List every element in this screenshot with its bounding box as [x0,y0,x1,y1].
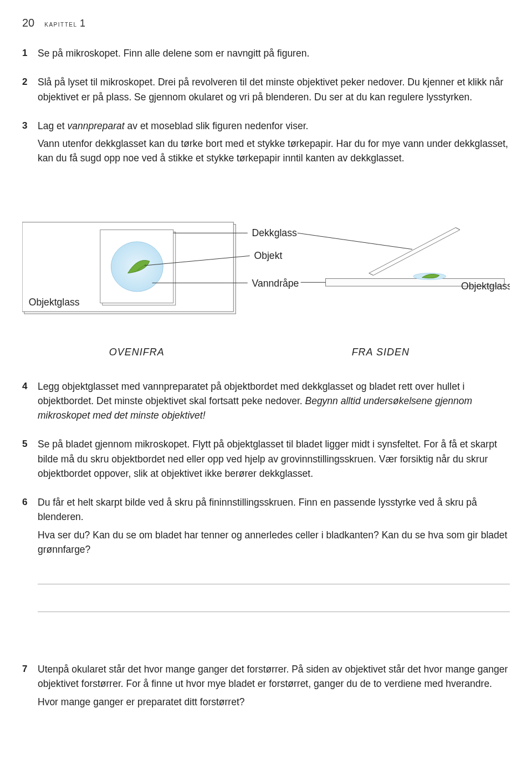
text-run: Se på mikroskopet. Finn alle delene som … [38,48,309,59]
answer-lines [38,564,510,612]
paragraph: Hvor mange ganger er preparatet ditt for… [38,695,510,709]
text-run: Se på bladet gjennom mikroskopet. Flytt … [38,439,497,479]
item-number: 4 [22,379,38,426]
label-objekt: Objekt [254,250,282,261]
list-item: 6Du får et helt skarpt bilde ved å skru … [22,495,510,612]
text-run: Vann utenfor dekkglasset kan du tørke bo… [38,138,508,164]
list-item: 7Utenpå okularet står det hvor mange gan… [22,662,510,712]
item-number: 3 [22,119,38,169]
paragraph: Hva ser du? Kan du se om bladet har tenn… [38,528,510,557]
chapter-number: 1 [80,18,86,29]
chapter-label: kapittel 1 [44,18,86,29]
list-item: 5Se på bladet gjennom mikroskopet. Flytt… [22,437,510,484]
answer-line[interactable] [38,564,510,584]
text-run: Du får et helt skarpt bilde ved å skru p… [38,497,477,522]
list-item: 4Legg objektglasset med vannpreparatet p… [22,379,510,426]
figure-wrap: Dekkglass Objekt Vanndråpe Objektglass [22,196,510,358]
page-header: 20 kapittel 1 [22,17,510,29]
text-run: Utenpå okularet står det hvor mange gang… [38,664,508,689]
text-run: Hvor mange ganger er preparatet ditt for… [38,696,245,707]
paragraph: Slå på lyset til mikroskopet. Drei på re… [38,75,510,104]
label-objektglass-right: Objektglass [461,281,510,292]
item-number: 6 [22,495,38,612]
svg-line-13 [298,233,412,249]
text-run: av et moseblad slik figuren nedenfor vis… [125,120,309,131]
diagram-vannpreparat: Dekkglass Objekt Vanndråpe Objektglass [22,196,510,334]
spacer [22,623,510,662]
text-run: Slå på lyset til mikroskopet. Drei på re… [38,77,503,102]
instruction-list-bottom: 7Utenpå okularet står det hvor mange gan… [22,662,510,712]
item-body: Se på bladet gjennom mikroskopet. Flytt … [38,437,510,484]
label-objektglass-left: Objektglass [29,297,80,308]
side-view-group [326,227,505,286]
item-body: Slå på lyset til mikroskopet. Drei på re… [38,75,510,108]
item-body: Se på mikroskopet. Finn alle delene som … [38,46,510,64]
page: 20 kapittel 1 1Se på mikroskopet. Finn a… [0,0,532,746]
item-body: Legg objektglasset med vannpreparatet på… [38,379,510,426]
item-number: 1 [22,46,38,64]
paragraph: Utenpå okularet står det hvor mange gang… [38,662,510,691]
list-item: 1Se på mikroskopet. Finn alle delene som… [22,46,510,64]
paragraph: Du får et helt skarpt bilde ved å skru p… [38,495,510,524]
caption-frasiden: FRA SIDEN [252,347,510,358]
item-number: 2 [22,75,38,108]
paragraph: Legg objektglasset med vannpreparatet på… [38,379,510,423]
item-number: 5 [22,437,38,484]
page-number: 20 [22,17,34,29]
text-run: Hva ser du? Kan du se om bladet har tenn… [38,529,507,555]
chapter-word: kapittel [44,19,77,28]
text-run: vannpreparat [68,120,125,131]
answer-line[interactable] [38,592,510,612]
text-run: Lag et [38,120,68,131]
figure-captions: OVENIFRA FRA SIDEN [22,347,510,358]
item-body: Du får et helt skarpt bilde ved å skru p… [38,495,510,612]
list-item: 3Lag et vannpreparat av et moseblad slik… [22,119,510,169]
label-vanndrape: Vanndråpe [252,278,299,289]
paragraph: Vann utenfor dekkglasset kan du tørke bo… [38,136,510,166]
paragraph: Se på mikroskopet. Finn alle delene som … [38,46,510,60]
caption-ovenifra: OVENIFRA [22,347,252,358]
instruction-list-mid: 4Legg objektglasset med vannpreparatet p… [22,379,510,613]
paragraph: Lag et vannpreparat av et moseblad slik … [38,119,510,133]
item-number: 7 [22,662,38,712]
label-dekkglass: Dekkglass [252,227,297,238]
list-item: 2Slå på lyset til mikroskopet. Drei på r… [22,75,510,108]
item-body: Lag et vannpreparat av et moseblad slik … [38,119,510,169]
paragraph: Se på bladet gjennom mikroskopet. Flytt … [38,437,510,481]
item-body: Utenpå okularet står det hvor mange gang… [38,662,510,712]
instruction-list-top: 1Se på mikroskopet. Finn alle delene som… [22,46,510,169]
